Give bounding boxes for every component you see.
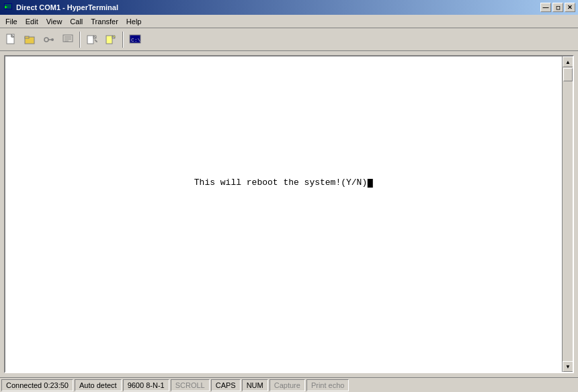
terminal-text: This will reboot the system!(Y/N) — [194, 178, 373, 188]
window-title: Direct COM1 - HyperTerminal — [16, 3, 540, 11]
restore-button[interactable]: ◻ — [552, 3, 563, 12]
svg-rect-8 — [25, 36, 29, 38]
terminal-content[interactable]: This will reboot the system!(Y/N) — [5, 56, 562, 372]
window-controls: — ◻ ✕ — [540, 3, 575, 12]
main-area: This will reboot the system!(Y/N) ▲ ▼ — [0, 51, 578, 377]
status-capture: Capture — [270, 379, 305, 391]
menu-help[interactable]: Help — [122, 16, 146, 27]
toolbar: C:\> — [0, 28, 578, 51]
status-num: NUM — [242, 379, 268, 391]
status-bar: Connected 0:23:50 Auto detect 9600 8-N-1… — [0, 377, 578, 392]
svg-rect-22 — [106, 36, 112, 44]
svg-text:C:\>: C:\> — [131, 37, 141, 43]
minimize-button[interactable]: — — [540, 3, 551, 12]
scroll-track[interactable] — [563, 67, 573, 361]
svg-point-11 — [51, 38, 54, 41]
new-button[interactable] — [3, 31, 20, 48]
status-print-echo: Print echo — [306, 379, 349, 391]
title-icon: ▶ — [3, 2, 13, 13]
svg-marker-23 — [112, 36, 115, 38]
toolbar-separator-1 — [79, 32, 81, 48]
terminal-message: This will reboot the system!(Y/N) — [194, 178, 367, 188]
scroll-thumb[interactable] — [563, 68, 573, 81]
svg-marker-17 — [93, 36, 96, 38]
status-caps: CAPS — [211, 379, 241, 391]
status-scroll: SCROLL — [171, 379, 210, 391]
scroll-up-button[interactable]: ▲ — [563, 56, 573, 67]
menu-call[interactable]: Call — [66, 16, 87, 27]
disconnect-button[interactable] — [40, 31, 58, 48]
status-baud: 9600 8-N-1 — [123, 379, 169, 391]
svg-point-9 — [44, 38, 48, 42]
status-connected: Connected 0:23:50 — [1, 379, 73, 391]
title-bar: ▶ Direct COM1 - HyperTerminal — ◻ ✕ — [0, 0, 578, 15]
toolbar-separator-2 — [122, 32, 124, 48]
scroll-down-button[interactable]: ▼ — [563, 361, 573, 372]
properties-button[interactable] — [59, 31, 77, 48]
svg-rect-16 — [87, 36, 93, 44]
vertical-scrollbar[interactable]: ▲ ▼ — [562, 56, 573, 372]
terminal-cursor — [368, 179, 373, 188]
terminal-area[interactable]: This will reboot the system!(Y/N) ▲ ▼ — [4, 55, 574, 373]
menu-bar: File Edit View Call Transfer Help — [0, 15, 578, 28]
menu-transfer[interactable]: Transfer — [87, 16, 122, 27]
menu-view[interactable]: View — [42, 16, 67, 27]
receive-file-button[interactable] — [102, 31, 120, 48]
close-button[interactable]: ✕ — [565, 3, 575, 12]
menu-edit[interactable]: Edit — [22, 16, 42, 27]
open-button[interactable] — [22, 31, 39, 48]
terminal-button[interactable]: C:\> — [126, 31, 144, 48]
status-detect: Auto detect — [75, 379, 122, 391]
menu-file[interactable]: File — [1, 16, 22, 27]
send-file-button[interactable] — [83, 31, 101, 48]
